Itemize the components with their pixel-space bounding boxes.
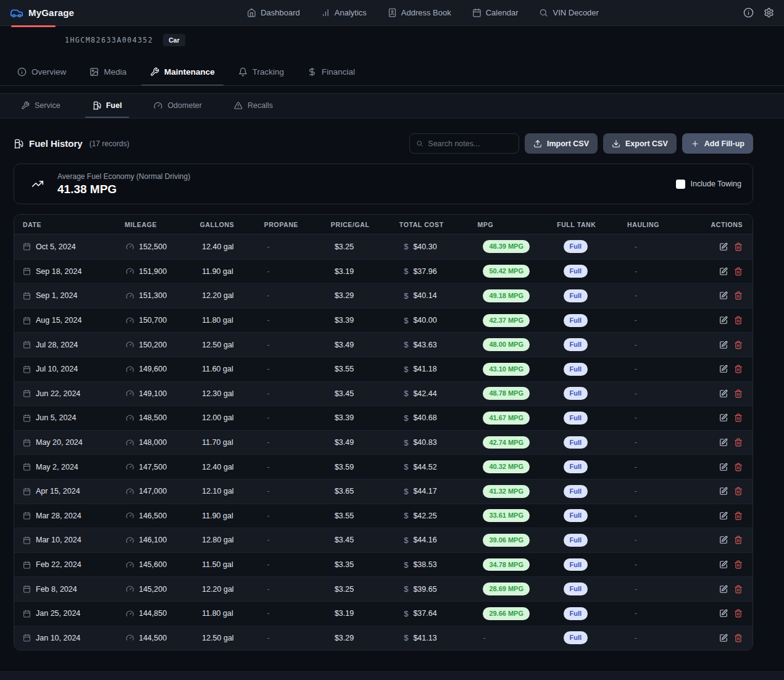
edit-fillup-button[interactable]	[719, 389, 728, 398]
nav-item-vin-decoder[interactable]: VIN Decoder	[539, 8, 598, 17]
edit-fillup-button[interactable]	[719, 560, 728, 569]
total-cost-cell: $ $38.53	[404, 560, 483, 570]
subtab-recalls[interactable]: Recalls	[227, 94, 280, 118]
nav-item-calendar[interactable]: Calendar	[472, 8, 519, 17]
export-csv-button[interactable]: Export CSV	[603, 133, 677, 154]
delete-fillup-button[interactable]	[734, 316, 743, 325]
mileage-cell: 150,200	[126, 341, 202, 349]
subtab-odometer[interactable]: Odometer	[146, 94, 209, 118]
edit-fillup-button[interactable]	[719, 585, 728, 594]
tab-maintenance[interactable]: Maintenance	[141, 61, 223, 86]
column-header-mileage: MILEAGE	[125, 221, 200, 228]
gauge-icon	[154, 101, 162, 110]
gauge-icon	[126, 439, 134, 447]
total-cost-cell: $ $41.18	[404, 365, 483, 374]
hauling-cell: -	[635, 413, 719, 422]
delete-fillup-button[interactable]	[734, 487, 743, 495]
tab-media[interactable]: Media	[81, 61, 135, 86]
edit-fillup-button[interactable]	[719, 316, 728, 325]
dollar-icon: $	[404, 242, 408, 251]
nav-item-dashboard[interactable]: Dashboard	[247, 8, 300, 17]
delete-fillup-button[interactable]	[734, 243, 743, 251]
full-tank-badge: Full	[564, 460, 588, 473]
edit-fillup-button[interactable]	[719, 291, 728, 300]
subtab-service[interactable]: Service	[14, 94, 68, 118]
full-tank-badge: Full	[564, 289, 588, 302]
delete-fillup-button[interactable]	[734, 341, 743, 349]
edit-fillup-button[interactable]	[719, 341, 728, 349]
mileage-cell: 147,500	[126, 463, 202, 471]
search-input[interactable]	[428, 139, 512, 148]
search-notes-field[interactable]	[409, 133, 519, 154]
delete-fillup-button[interactable]	[734, 609, 743, 618]
fillup-propane: -	[267, 585, 270, 594]
fillup-date: Jul 10, 2024	[36, 365, 78, 373]
fillup-propane: -	[267, 341, 270, 349]
dollar-icon: $	[404, 365, 408, 374]
delete-fillup-button[interactable]	[734, 365, 743, 373]
propane-cell: -	[267, 536, 335, 544]
mpg-cell: 39.06 MPG	[483, 534, 563, 547]
delete-fillup-button[interactable]	[734, 463, 743, 471]
edit-fillup-button[interactable]	[719, 536, 728, 544]
column-header-gallons: GALLONS	[200, 221, 264, 228]
nav-right-actions	[743, 7, 774, 18]
nav-item-analytics[interactable]: Analytics	[321, 8, 367, 17]
fillup-date: Mar 10, 2024	[36, 536, 81, 544]
delete-fillup-button[interactable]	[734, 389, 743, 398]
edit-fillup-button[interactable]	[719, 609, 728, 618]
app-logo[interactable]: MyGarage	[10, 6, 74, 20]
include-towing-checkbox[interactable]	[676, 180, 685, 189]
edit-fillup-button[interactable]	[719, 634, 728, 642]
column-header-total: TOTAL COST	[399, 221, 478, 228]
subtab-fuel[interactable]: Fuel	[85, 94, 130, 118]
edit-fillup-button[interactable]	[719, 365, 728, 373]
delete-fillup-button[interactable]	[734, 438, 743, 447]
delete-fillup-button[interactable]	[734, 267, 743, 276]
dollar-icon: $	[404, 584, 408, 594]
fillup-hauling: -	[635, 341, 637, 349]
table-row: Mar 10, 2024 146,100 12.80 gal - $3.45 $…	[14, 528, 753, 552]
mpg-badge: 48.39 MPG	[483, 240, 530, 253]
calendar-icon	[472, 8, 482, 17]
full-tank-cell: Full	[564, 631, 635, 644]
tab-overview[interactable]: Overview	[9, 61, 75, 86]
mpg-badge: -	[483, 634, 485, 642]
delete-fillup-button[interactable]	[734, 413, 743, 422]
settings-button[interactable]	[764, 7, 774, 18]
price-cell: $3.19	[335, 267, 404, 276]
edit-fillup-button[interactable]	[719, 267, 728, 276]
fillup-hauling: -	[635, 536, 637, 544]
delete-fillup-button[interactable]	[734, 536, 743, 544]
gallons-cell: 12.40 gal	[202, 463, 267, 471]
edit-fillup-button[interactable]	[719, 438, 728, 447]
add-fillup-button[interactable]: Add Fill-up	[682, 133, 753, 154]
edit-fillup-button[interactable]	[719, 243, 728, 251]
date-cell: Feb 22, 2024	[23, 560, 126, 569]
tab-financial[interactable]: Financial	[299, 61, 364, 86]
delete-fillup-button[interactable]	[734, 560, 743, 569]
date-cell: Oct 5, 2024	[23, 243, 126, 251]
fillup-hauling: -	[635, 487, 637, 495]
subtab-label: Fuel	[106, 101, 122, 110]
nav-item-address-book[interactable]: Address Book	[388, 8, 451, 17]
edit-fillup-button[interactable]	[719, 463, 728, 471]
delete-fillup-button[interactable]	[734, 291, 743, 300]
propane-cell: -	[267, 389, 335, 398]
full-tank-badge: Full	[564, 412, 588, 425]
edit-fillup-button[interactable]	[719, 512, 728, 520]
edit-fillup-button[interactable]	[719, 413, 728, 422]
import-csv-button[interactable]: Import CSV	[525, 133, 598, 154]
delete-fillup-button[interactable]	[734, 512, 743, 520]
delete-fillup-button[interactable]	[734, 634, 743, 642]
fillup-gallons: 11.60 gal	[202, 365, 233, 373]
tab-tracking[interactable]: Tracking	[230, 61, 293, 86]
edit-fillup-button[interactable]	[719, 487, 728, 495]
full-tank-badge: Full	[564, 607, 588, 620]
mpg-cell: 42.74 MPG	[483, 436, 563, 449]
delete-fillup-button[interactable]	[734, 585, 743, 594]
total-cost-cell: $ $40.00	[404, 316, 483, 325]
info-button[interactable]	[743, 7, 754, 18]
table-row: Jul 10, 2024 149,600 11.60 gal - $3.55 $…	[14, 357, 753, 381]
calendar-icon	[23, 585, 31, 593]
